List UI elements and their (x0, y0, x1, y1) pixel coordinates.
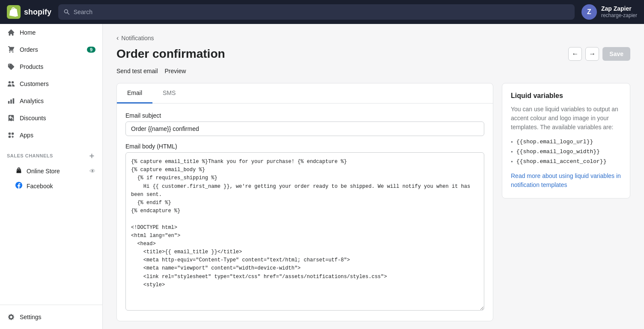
sidebar-item-facebook[interactable]: Facebook (0, 178, 102, 193)
liquid-panel-description: You can use liquid variables to output a… (511, 105, 621, 132)
sidebar-item-customers[interactable]: Customers (0, 75, 102, 92)
customers-icon (7, 80, 15, 88)
sidebar-label-online-store: Online Store (27, 168, 60, 175)
sidebar: Home Orders 9 Products Customers Analy (0, 24, 103, 329)
sidebar-label-facebook: Facebook (27, 183, 53, 190)
previous-button[interactable]: ← (568, 47, 582, 61)
editor-panel: Email SMS Email subject Email body (HTML… (116, 83, 493, 321)
liquid-read-more-link[interactable]: Read more about using liquid variables i… (511, 172, 621, 188)
sidebar-item-discounts[interactable]: Discounts (0, 110, 102, 127)
discounts-icon (7, 114, 15, 122)
sidebar-item-home[interactable]: Home (0, 24, 102, 41)
body-label: Email body (HTML) (125, 143, 484, 150)
shopify-logo-icon (7, 5, 21, 19)
tabs: Email SMS (117, 83, 493, 104)
liquid-variable-3: {{shop.email_accent_color}} (511, 158, 621, 165)
header-actions: ← → Save (568, 47, 630, 61)
sidebar-label-settings: Settings (20, 314, 42, 320)
liquid-variable-1: {{shop.email_logo_url}} (511, 139, 621, 145)
sidebar-label-analytics: Analytics (20, 98, 44, 104)
tab-email[interactable]: Email (117, 83, 152, 104)
sidebar-item-settings[interactable]: Settings (0, 308, 102, 326)
home-icon (7, 28, 15, 37)
email-subject-input[interactable] (125, 122, 484, 136)
avatar[interactable]: Z (581, 4, 597, 20)
online-store-view-icon[interactable]: 👁 (89, 168, 95, 175)
breadcrumb-label: Notifications (121, 35, 154, 41)
sidebar-item-products[interactable]: Products (0, 58, 102, 75)
sidebar-label-customers: Customers (20, 80, 49, 87)
sidebar-item-apps[interactable]: Apps (0, 127, 102, 144)
online-store-icon (15, 167, 22, 175)
content-area: Email SMS Email subject Email body (HTML… (116, 83, 630, 321)
shopify-logo[interactable]: shopify (7, 5, 51, 19)
search-input[interactable] (74, 9, 569, 15)
logo-text: shopify (24, 8, 51, 17)
orders-badge: 9 (87, 47, 95, 53)
liquid-panel-title: Liquid variables (511, 92, 621, 100)
analytics-icon (7, 97, 15, 105)
preview-link[interactable]: Preview (165, 68, 186, 74)
liquid-variables-list: {{shop.email_logo_url}} {{shop.email_log… (511, 139, 621, 165)
save-button[interactable]: Save (602, 47, 630, 61)
search-icon (63, 9, 70, 15)
breadcrumb[interactable]: ‹ Notifications (116, 34, 630, 42)
email-body-editor[interactable] (125, 152, 484, 311)
tab-sms[interactable]: SMS (152, 83, 186, 104)
sidebar-item-analytics[interactable]: Analytics (0, 92, 102, 110)
user-area: Z Zap Zapier recharge-zapier (581, 4, 637, 20)
send-test-email-link[interactable]: Send test email (116, 68, 158, 74)
subject-label: Email subject (125, 112, 484, 119)
editor-body: Email subject Email body (HTML) (117, 104, 493, 321)
settings-icon (7, 313, 15, 321)
liquid-variable-2: {{shop.email_logo_width}} (511, 148, 621, 155)
add-sales-channel-icon[interactable]: ＋ (88, 151, 96, 161)
breadcrumb-back-icon: ‹ (116, 34, 119, 42)
sidebar-label-orders: Orders (20, 46, 38, 53)
sidebar-label-products: Products (20, 63, 43, 70)
page-header: Order confirmation ← → Save (116, 47, 630, 61)
next-button[interactable]: → (585, 47, 599, 61)
sales-channels-header: SALES CHANNELS ＋ (0, 144, 102, 163)
user-info: Zap Zapier recharge-zapier (601, 5, 637, 18)
apps-icon (7, 131, 15, 139)
sidebar-bottom: Settings (0, 305, 102, 329)
sidebar-label-apps: Apps (20, 132, 33, 139)
sidebar-label-home: Home (20, 29, 36, 36)
user-name: Zap Zapier (601, 5, 637, 12)
sidebar-label-discounts: Discounts (20, 115, 46, 122)
page-title: Order confirmation (116, 47, 225, 61)
app-body: Home Orders 9 Products Customers Analy (0, 24, 644, 329)
facebook-icon (15, 182, 22, 190)
main-content: ‹ Notifications Order confirmation ← → S… (103, 24, 644, 329)
products-icon (7, 62, 15, 71)
search-bar (58, 4, 575, 20)
sidebar-item-orders[interactable]: Orders 9 (0, 41, 102, 58)
sidebar-item-online-store[interactable]: Online Store 👁 (0, 163, 102, 178)
orders-icon (7, 45, 15, 54)
user-subtitle: recharge-zapier (601, 12, 637, 18)
liquid-panel: Liquid variables You can use liquid vari… (502, 83, 630, 199)
sub-actions: Send test email Preview (116, 68, 630, 74)
top-navigation: shopify Z Zap Zapier recharge-zapier (0, 0, 644, 24)
